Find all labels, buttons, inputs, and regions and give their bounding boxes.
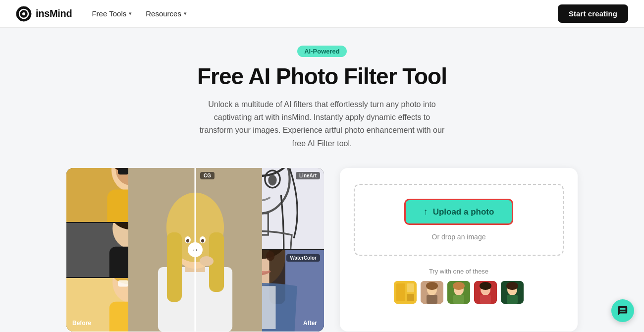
svg-rect-67	[507, 295, 518, 304]
upload-button[interactable]: ↑ Upload a photo	[404, 199, 514, 225]
svg-rect-51	[407, 294, 414, 301]
nav-resources[interactable]: Resources ▾	[146, 9, 187, 18]
upload-panel: ↑ Upload a photo Or drop an image Try wi…	[340, 168, 578, 332]
svg-rect-18	[118, 280, 129, 286]
svg-point-30	[201, 239, 204, 243]
svg-point-2	[22, 12, 25, 15]
compare-arrow[interactable]: ↔	[188, 242, 203, 257]
upload-drop-area[interactable]: ↑ Upload a photo Or drop an image	[354, 184, 564, 256]
logo-icon	[16, 6, 32, 22]
navbar-links: Free Tools ▾ Resources ▾	[92, 9, 186, 18]
nav-free-tools[interactable]: Free Tools ▾	[92, 9, 132, 18]
ai-badge: AI-Powered	[297, 46, 347, 57]
chat-bubble[interactable]	[611, 299, 634, 322]
svg-point-31	[200, 256, 214, 266]
before-label: Before	[72, 320, 91, 327]
sample-thumbnails	[394, 281, 524, 304]
chevron-down-icon: ▾	[184, 10, 187, 17]
after-label: After	[303, 320, 317, 327]
main-content: AI-Powered Free AI Photo Filter Tool Unl…	[0, 28, 644, 332]
sample-thumb-1[interactable]	[394, 281, 417, 304]
svg-point-29	[186, 239, 189, 243]
before-after-panel: LineArt	[66, 168, 324, 332]
sample-thumb-4[interactable]	[474, 281, 497, 304]
start-creating-button[interactable]: Start creating	[558, 4, 628, 23]
watercolor-badge: WaterColor	[286, 254, 320, 262]
sample-thumb-3[interactable]	[447, 281, 470, 304]
sample-thumb-2[interactable]	[421, 281, 443, 304]
bottom-section: LineArt	[0, 168, 644, 332]
svg-rect-49	[396, 283, 405, 301]
lineart-badge: LineArt	[296, 172, 320, 179]
svg-point-54	[426, 282, 438, 290]
svg-rect-8	[118, 168, 129, 174]
cg-badge: CG	[200, 172, 215, 179]
svg-point-58	[453, 282, 465, 290]
navbar: insMind Free Tools ▾ Resources ▾ Start c…	[0, 0, 644, 28]
svg-rect-59	[453, 295, 464, 304]
svg-point-38	[268, 175, 276, 186]
svg-point-47	[266, 251, 274, 261]
svg-rect-25	[167, 232, 182, 302]
navbar-left: insMind Free Tools ▾ Resources ▾	[16, 6, 187, 22]
upload-icon: ↑	[424, 207, 428, 217]
page-title: Free AI Photo Filter Tool	[197, 64, 447, 89]
svg-rect-63	[480, 295, 491, 304]
svg-point-66	[506, 282, 518, 290]
svg-rect-50	[407, 283, 414, 292]
upload-button-label: Upload a photo	[433, 207, 494, 217]
chat-icon	[617, 305, 628, 316]
sample-thumb-5[interactable]	[501, 281, 524, 304]
svg-rect-55	[427, 295, 437, 304]
logo[interactable]: insMind	[16, 6, 72, 22]
svg-point-62	[480, 282, 491, 290]
try-label: Try with one of these	[429, 268, 488, 275]
page-description: Unlock a multitude of AI filters that ef…	[198, 98, 446, 151]
drop-text: Or drop an image	[432, 233, 486, 241]
logo-text: insMind	[36, 8, 72, 19]
chevron-down-icon: ▾	[129, 10, 132, 17]
